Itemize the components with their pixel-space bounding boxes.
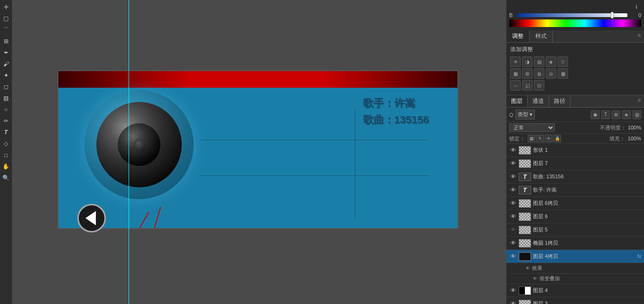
- canvas-line-1: [201, 140, 429, 140]
- layers-panel-menu[interactable]: ≡: [635, 95, 644, 105]
- gradient-icon: 👁: [532, 276, 537, 281]
- layer-eye-artist-text[interactable]: 👁: [509, 186, 517, 194]
- tool-pen[interactable]: ✏: [1, 116, 11, 126]
- tab-layers[interactable]: 图层: [506, 95, 528, 107]
- tab-channels[interactable]: 通道: [528, 95, 549, 107]
- layer-item-6copy[interactable]: 👁 图层 6拷贝: [506, 197, 644, 210]
- lock-fill-row: 锁定： ▦ ✎ ✛ 🔒 填充： 100%: [506, 134, 644, 144]
- layer-item-ellipse1copy[interactable]: 👁 ○ 椭圆 1拷贝: [506, 237, 644, 250]
- speaker-inner: [96, 102, 182, 187]
- filter-prefix: Q: [509, 112, 513, 118]
- layer-eye-3[interactable]: 👁: [509, 300, 517, 304]
- fill-value: 100%: [628, 136, 641, 141]
- filter-chevron: ▾: [530, 111, 532, 118]
- svg-line-1: [107, 212, 149, 228]
- left-toolbar: ✛ ▢ ⌒ ⊞ ✒ 🖌 ✦ ◻ ▨ ○ ✏ T ◇ □ ✋ 🔍: [0, 0, 12, 304]
- blend-mode-select[interactable]: 正常: [509, 123, 555, 132]
- layer-item-7[interactable]: 👁 图层 7: [506, 157, 644, 170]
- tab-style[interactable]: 样式: [530, 30, 553, 42]
- layer-eye-6[interactable]: 👁: [509, 213, 517, 221]
- lock-move[interactable]: ✛: [545, 135, 552, 142]
- adj-a3[interactable]: ⊡: [534, 80, 544, 91]
- adj-brightness[interactable]: ☀: [510, 56, 521, 67]
- canvas-text-block: 歌手：许嵩 歌曲：135156: [363, 95, 429, 128]
- speaker-center: [133, 139, 145, 151]
- layer-eye-shape1[interactable]: 👁: [509, 147, 517, 154]
- right-panel: ℹ B 0 调整 样式 ≡ 添加调整 ☀ ◑ ▤ ◈ ▽ ▦ ⊞ ◍: [506, 0, 644, 304]
- effect-label: 效果: [532, 265, 542, 272]
- tool-text[interactable]: T: [1, 127, 11, 138]
- adj-down[interactable]: ▽: [558, 56, 568, 67]
- filter-label: 类型: [518, 111, 528, 118]
- filter-icon-2[interactable]: T: [601, 111, 610, 119]
- gradient-label: 渐变叠加: [539, 275, 560, 282]
- filter-icon-1[interactable]: ◉: [591, 111, 599, 119]
- layer-name-6: 图层 6: [533, 213, 641, 220]
- blend-opacity-row: 正常 不透明度： 100%: [506, 122, 644, 134]
- tool-eyedropper[interactable]: ✒: [1, 47, 11, 58]
- layer-item-artist-text[interactable]: 👁 T 歌手: 许嵩: [506, 184, 644, 197]
- layer-eye-song-text[interactable]: 👁: [509, 173, 517, 181]
- layer-eye-5[interactable]: 👁: [509, 226, 517, 234]
- layer-item-6[interactable]: 👁 图层 6: [506, 210, 644, 223]
- adj-levels[interactable]: ▤: [534, 56, 544, 67]
- tab-paths[interactable]: 路径: [549, 95, 570, 107]
- tool-shape[interactable]: □: [1, 150, 11, 160]
- layer-eye-4[interactable]: 👁: [509, 287, 517, 295]
- adj-a2[interactable]: ◱: [522, 80, 532, 91]
- layer-item-5[interactable]: 👁 图层 5: [506, 223, 644, 237]
- layer-eye-7[interactable]: 👁: [509, 160, 517, 167]
- layer-item-song-text[interactable]: 👁 T 歌曲: 135156: [506, 170, 644, 184]
- tool-zoom[interactable]: 🔍: [1, 173, 11, 183]
- adjustment-icons-row3: ⌓ ◱ ⊡: [510, 80, 640, 91]
- tool-hand[interactable]: ✋: [1, 161, 11, 172]
- layer-item-4copy[interactable]: 👁 图层 4拷贝 fx: [506, 250, 644, 263]
- b-value: 0: [629, 12, 641, 18]
- layer-item-4[interactable]: 👁 图层 4: [506, 284, 644, 297]
- tool-move[interactable]: ✛: [1, 2, 11, 12]
- adj-shadow[interactable]: ◎: [546, 68, 556, 79]
- layers-panel: 图层 通道 路径 ≡ Q 类型 ▾ ◉ T ⊞ ◈ ▧ 正常 不透明度: [506, 95, 644, 304]
- adj-saturation[interactable]: ⊞: [522, 68, 532, 79]
- layer-name-7: 图层 7: [533, 160, 641, 167]
- layer-eye-4copy[interactable]: 👁: [509, 253, 517, 260]
- adj-color[interactable]: ◍: [534, 68, 544, 79]
- adj-a1[interactable]: ⌓: [510, 80, 521, 91]
- tab-adjustment[interactable]: 调整: [506, 30, 530, 42]
- layer-eye-ellipse1copy[interactable]: 👁: [509, 240, 517, 247]
- filter-icon-3[interactable]: ⊞: [612, 111, 620, 119]
- lock-pixels[interactable]: ▦: [528, 135, 535, 142]
- adj-hue[interactable]: ▦: [510, 68, 521, 79]
- panel-menu-icon[interactable]: ≡: [635, 30, 644, 40]
- adj-contrast[interactable]: ◑: [522, 56, 532, 67]
- adj-curves[interactable]: ◈: [546, 56, 556, 67]
- b-slider[interactable]: [517, 13, 627, 17]
- layer-type-filter[interactable]: 类型 ▾: [515, 110, 535, 120]
- tool-crop[interactable]: ⊞: [1, 36, 11, 46]
- layer-eye-6copy[interactable]: 👁: [509, 200, 517, 207]
- layer-item-shape1[interactable]: 👁 ▭ 形状 1: [506, 144, 644, 157]
- fill-label: 填充：: [609, 135, 625, 142]
- tool-clone[interactable]: ✦: [1, 70, 11, 81]
- layer-item-3[interactable]: 👁 图层 3: [506, 297, 644, 304]
- info-icon[interactable]: ℹ: [632, 2, 641, 11]
- lock-position[interactable]: ✎: [536, 135, 544, 142]
- adj-grid[interactable]: ▦: [558, 68, 568, 79]
- layer-name-song-text: 歌曲: 135156: [533, 173, 641, 180]
- filter-icon-5[interactable]: ▧: [633, 111, 641, 119]
- tool-brush[interactable]: 🖌: [1, 59, 11, 69]
- tool-gradient[interactable]: ▨: [1, 93, 11, 103]
- canvas-line-2: [201, 175, 429, 176]
- tool-eraser[interactable]: ◻: [1, 82, 11, 92]
- tool-dodge[interactable]: ○: [1, 104, 11, 115]
- tool-lasso[interactable]: ⌒: [1, 25, 11, 35]
- tool-path[interactable]: ◇: [1, 138, 11, 149]
- layer-thumb-6copy: [519, 199, 531, 208]
- tool-select[interactable]: ▢: [1, 13, 11, 24]
- filter-icon-4[interactable]: ◈: [622, 111, 631, 119]
- speaker-element: [84, 90, 194, 199]
- opacity-value: 100%: [628, 125, 641, 130]
- layers-filter-row: Q 类型 ▾ ◉ T ⊞ ◈ ▧: [506, 108, 644, 122]
- lock-all[interactable]: 🔒: [553, 135, 561, 142]
- play-button[interactable]: [77, 204, 106, 232]
